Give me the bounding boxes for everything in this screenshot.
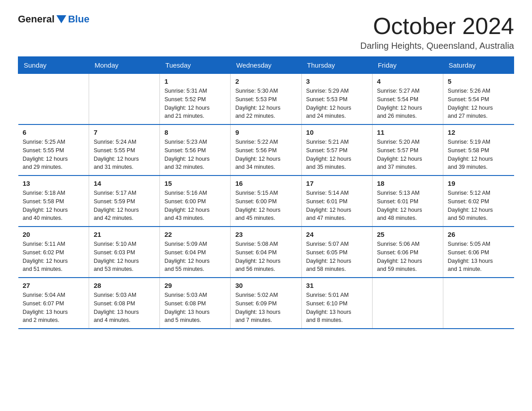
day-info: Sunrise: 5:29 AM Sunset: 5:53 PM Dayligh… (306, 87, 368, 120)
day-number: 6 (23, 128, 85, 136)
day-info: Sunrise: 5:31 AM Sunset: 5:52 PM Dayligh… (164, 87, 226, 120)
calendar-header-row: SundayMondayTuesdayWednesdayThursdayFrid… (18, 57, 514, 74)
day-info: Sunrise: 5:30 AM Sunset: 5:53 PM Dayligh… (235, 87, 296, 120)
day-number: 23 (235, 231, 296, 238)
calendar-cell: 21Sunrise: 5:10 AM Sunset: 6:03 PM Dayli… (89, 227, 160, 278)
day-number: 25 (377, 231, 438, 238)
day-number: 8 (164, 128, 226, 136)
weekday-header-wednesday: Wednesday (231, 57, 301, 74)
day-number: 11 (377, 128, 438, 136)
day-info: Sunrise: 5:25 AM Sunset: 5:55 PM Dayligh… (23, 138, 85, 171)
day-number: 26 (448, 231, 510, 238)
day-info: Sunrise: 5:26 AM Sunset: 5:54 PM Dayligh… (448, 87, 510, 120)
weekday-header-saturday: Saturday (443, 57, 514, 74)
day-info: Sunrise: 5:05 AM Sunset: 6:06 PM Dayligh… (448, 240, 510, 274)
day-number: 1 (164, 77, 226, 85)
day-number: 14 (94, 180, 155, 187)
day-info: Sunrise: 5:19 AM Sunset: 5:58 PM Dayligh… (448, 138, 510, 171)
day-number: 18 (377, 180, 438, 187)
day-info: Sunrise: 5:16 AM Sunset: 6:00 PM Dayligh… (164, 189, 226, 223)
calendar-cell: 6Sunrise: 5:25 AM Sunset: 5:55 PM Daylig… (18, 124, 89, 176)
day-number: 19 (448, 180, 510, 187)
day-info: Sunrise: 5:18 AM Sunset: 5:58 PM Dayligh… (23, 189, 85, 223)
calendar-cell: 20Sunrise: 5:11 AM Sunset: 6:02 PM Dayli… (18, 227, 89, 278)
weekday-header-sunday: Sunday (18, 57, 89, 74)
day-info: Sunrise: 5:13 AM Sunset: 6:01 PM Dayligh… (377, 189, 438, 223)
day-number: 13 (23, 180, 85, 187)
calendar-cell: 1Sunrise: 5:31 AM Sunset: 5:52 PM Daylig… (160, 74, 231, 125)
calendar-cell: 4Sunrise: 5:27 AM Sunset: 5:54 PM Daylig… (372, 74, 443, 125)
calendar-week-row: 27Sunrise: 5:04 AM Sunset: 6:07 PM Dayli… (18, 278, 514, 329)
calendar-cell: 30Sunrise: 5:02 AM Sunset: 6:09 PM Dayli… (231, 278, 301, 329)
calendar-week-row: 6Sunrise: 5:25 AM Sunset: 5:55 PM Daylig… (18, 124, 514, 176)
day-info: Sunrise: 5:03 AM Sunset: 6:08 PM Dayligh… (94, 291, 155, 325)
day-number: 10 (306, 128, 368, 136)
day-info: Sunrise: 5:22 AM Sunset: 5:56 PM Dayligh… (235, 138, 296, 171)
day-info: Sunrise: 5:08 AM Sunset: 6:04 PM Dayligh… (235, 240, 296, 274)
calendar-cell (372, 278, 443, 329)
day-number: 12 (448, 128, 510, 136)
svg-marker-0 (56, 15, 66, 23)
calendar-cell: 3Sunrise: 5:29 AM Sunset: 5:53 PM Daylig… (301, 74, 372, 125)
logo: General Blue (18, 13, 90, 25)
calendar-cell: 29Sunrise: 5:03 AM Sunset: 6:08 PM Dayli… (160, 278, 231, 329)
title-block: October 2024 Darling Heights, Queensland… (360, 13, 514, 51)
page-header: General Blue October 2024 Darling Height… (18, 13, 514, 51)
day-info: Sunrise: 5:27 AM Sunset: 5:54 PM Dayligh… (377, 87, 438, 120)
day-info: Sunrise: 5:09 AM Sunset: 6:04 PM Dayligh… (164, 240, 226, 274)
day-info: Sunrise: 5:20 AM Sunset: 5:57 PM Dayligh… (377, 138, 438, 171)
calendar-table: SundayMondayTuesdayWednesdayThursdayFrid… (18, 56, 514, 329)
day-info: Sunrise: 5:21 AM Sunset: 5:57 PM Dayligh… (306, 138, 368, 171)
day-number: 21 (94, 231, 155, 238)
day-number: 9 (235, 128, 296, 136)
day-info: Sunrise: 5:11 AM Sunset: 6:02 PM Dayligh… (23, 240, 85, 274)
calendar-week-row: 13Sunrise: 5:18 AM Sunset: 5:58 PM Dayli… (18, 176, 514, 227)
weekday-header-friday: Friday (372, 57, 443, 74)
calendar-cell: 24Sunrise: 5:07 AM Sunset: 6:05 PM Dayli… (301, 227, 372, 278)
day-info: Sunrise: 5:12 AM Sunset: 6:02 PM Dayligh… (448, 189, 510, 223)
calendar-cell: 11Sunrise: 5:20 AM Sunset: 5:57 PM Dayli… (372, 124, 443, 176)
day-info: Sunrise: 5:24 AM Sunset: 5:55 PM Dayligh… (94, 138, 155, 171)
day-info: Sunrise: 5:07 AM Sunset: 6:05 PM Dayligh… (306, 240, 368, 274)
day-number: 24 (306, 231, 368, 238)
day-number: 4 (377, 77, 438, 85)
weekday-header-thursday: Thursday (301, 57, 372, 74)
logo-triangle-icon (56, 15, 66, 23)
calendar-cell: 19Sunrise: 5:12 AM Sunset: 6:02 PM Dayli… (443, 176, 514, 227)
calendar-cell: 8Sunrise: 5:23 AM Sunset: 5:56 PM Daylig… (160, 124, 231, 176)
calendar-cell: 31Sunrise: 5:01 AM Sunset: 6:10 PM Dayli… (301, 278, 372, 329)
day-info: Sunrise: 5:23 AM Sunset: 5:56 PM Dayligh… (164, 138, 226, 171)
calendar-cell: 25Sunrise: 5:06 AM Sunset: 6:06 PM Dayli… (372, 227, 443, 278)
day-number: 16 (235, 180, 296, 187)
calendar-cell: 28Sunrise: 5:03 AM Sunset: 6:08 PM Dayli… (89, 278, 160, 329)
day-number: 7 (94, 128, 155, 136)
calendar-cell: 23Sunrise: 5:08 AM Sunset: 6:04 PM Dayli… (231, 227, 301, 278)
calendar-subtitle: Darling Heights, Queensland, Australia (360, 41, 514, 51)
day-info: Sunrise: 5:10 AM Sunset: 6:03 PM Dayligh… (94, 240, 155, 274)
calendar-cell: 17Sunrise: 5:14 AM Sunset: 6:01 PM Dayli… (301, 176, 372, 227)
day-info: Sunrise: 5:01 AM Sunset: 6:10 PM Dayligh… (306, 291, 368, 325)
day-number: 17 (306, 180, 368, 187)
day-number: 15 (164, 180, 226, 187)
calendar-cell (443, 278, 514, 329)
day-info: Sunrise: 5:06 AM Sunset: 6:06 PM Dayligh… (377, 240, 438, 274)
logo-blue-text: Blue (68, 13, 90, 25)
day-number: 20 (23, 231, 85, 238)
calendar-title: October 2024 (360, 13, 514, 39)
logo-general-text: General (18, 13, 55, 25)
calendar-cell: 7Sunrise: 5:24 AM Sunset: 5:55 PM Daylig… (89, 124, 160, 176)
day-info: Sunrise: 5:02 AM Sunset: 6:09 PM Dayligh… (235, 291, 296, 325)
calendar-week-row: 20Sunrise: 5:11 AM Sunset: 6:02 PM Dayli… (18, 227, 514, 278)
calendar-cell: 5Sunrise: 5:26 AM Sunset: 5:54 PM Daylig… (443, 74, 514, 125)
calendar-cell: 26Sunrise: 5:05 AM Sunset: 6:06 PM Dayli… (443, 227, 514, 278)
calendar-cell: 12Sunrise: 5:19 AM Sunset: 5:58 PM Dayli… (443, 124, 514, 176)
calendar-cell (89, 74, 160, 125)
calendar-cell: 15Sunrise: 5:16 AM Sunset: 6:00 PM Dayli… (160, 176, 231, 227)
day-number: 2 (235, 77, 296, 85)
day-info: Sunrise: 5:03 AM Sunset: 6:08 PM Dayligh… (164, 291, 226, 325)
calendar-cell: 22Sunrise: 5:09 AM Sunset: 6:04 PM Dayli… (160, 227, 231, 278)
calendar-cell: 16Sunrise: 5:15 AM Sunset: 6:00 PM Dayli… (231, 176, 301, 227)
calendar-cell: 2Sunrise: 5:30 AM Sunset: 5:53 PM Daylig… (231, 74, 301, 125)
calendar-cell (18, 74, 89, 125)
calendar-cell: 9Sunrise: 5:22 AM Sunset: 5:56 PM Daylig… (231, 124, 301, 176)
